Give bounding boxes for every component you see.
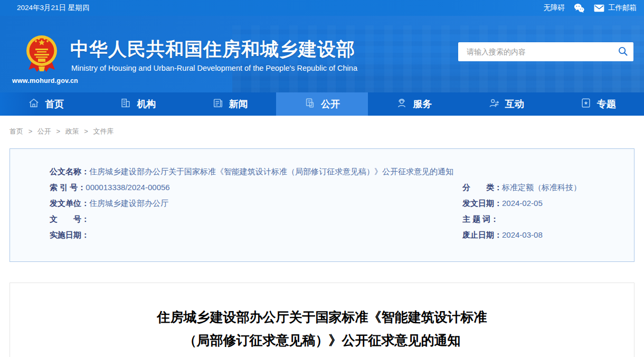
organization-icon (120, 97, 131, 111)
envelope-icon (593, 4, 605, 13)
disclosure-icon (304, 97, 316, 111)
article-title: 住房城乡建设部办公厅关于国家标准《智能建筑设计标准 （局部修订征求意见稿）》公开… (10, 305, 634, 352)
search-icon (617, 45, 629, 59)
nav-item-disclosure[interactable]: 公开 (276, 92, 368, 116)
service-icon (396, 97, 408, 111)
interaction-icon (488, 97, 500, 111)
field-issue-date: 发文日期： 2024-02-05 (462, 195, 594, 211)
breadcrumb-disclosure[interactable]: 公开 (37, 127, 51, 135)
topbar-links: 无障碍 工作邮箱 (544, 3, 637, 13)
wechat-icon[interactable] (573, 3, 585, 13)
ministry-title-en: Ministry of Housing and Urban-Rural Deve… (71, 64, 357, 72)
search-button[interactable] (612, 42, 633, 61)
field-document-number: 文 号： (50, 211, 462, 227)
document-info-box: 公文名称： 住房城乡建设部办公厅关于国家标准《智能建筑设计标准（局部修订征求意见… (10, 148, 634, 262)
ministry-title-cn: 中华人民共和国住房和城乡建设部 (70, 37, 355, 62)
national-emblem-logo (25, 34, 59, 77)
nav-item-home[interactable]: 首页 (0, 92, 92, 116)
nav-item-topics[interactable]: 专题 (552, 92, 644, 116)
nav-item-interaction[interactable]: 互动 (460, 92, 552, 116)
breadcrumb-policy[interactable]: 政策 (65, 127, 79, 135)
field-index-number: 索 引 号： 000013338/2024-00056 (50, 180, 462, 195)
breadcrumb-separator: > (84, 127, 88, 135)
nav-item-news[interactable]: 新闻 (184, 92, 276, 116)
article-title-line2: （局部修订征求意见稿）》公开征求意见的通知 (10, 328, 634, 352)
field-category: 分 类： 标准定额（标准科技） (462, 180, 594, 195)
field-document-name: 公文名称： 住房城乡建设部办公厅关于国家标准《智能建筑设计标准（局部修订征求意见… (50, 164, 594, 180)
site-header: www.mohurd.gov.cn 中华人民共和国住房和城乡建设部 Minist… (0, 16, 644, 92)
breadcrumb-separator: > (56, 127, 60, 135)
main-nav: 首页 机构 新闻 公开 (0, 92, 644, 116)
field-subject-words: 主 题 词： (462, 211, 594, 227)
home-icon (28, 97, 40, 111)
article-container: 住房城乡建设部办公厅关于国家标准《智能建筑设计标准 （局部修订征求意见稿）》公开… (10, 283, 634, 357)
work-mailbox-link[interactable]: 工作邮箱 (593, 3, 637, 13)
current-date: 2024年3月21日 星期四 (17, 3, 89, 13)
breadcrumb: 首页 > 公开 > 政策 > 文件库 (0, 116, 644, 143)
search-box (458, 42, 633, 61)
nav-item-service[interactable]: 服务 (368, 92, 460, 116)
field-implementation-date: 实施日期： (50, 227, 462, 243)
breadcrumb-home[interactable]: 首页 (10, 127, 23, 135)
topbar: 2024年3月21日 星期四 无障碍 工作邮箱 (0, 0, 644, 16)
news-icon (212, 97, 224, 111)
accessibility-link[interactable]: 无障碍 (544, 3, 565, 13)
topics-icon (580, 97, 592, 111)
search-input[interactable] (458, 42, 612, 61)
site-url: www.mohurd.gov.cn (12, 77, 78, 84)
breadcrumb-separator: > (29, 127, 33, 135)
nav-item-organization[interactable]: 机构 (92, 92, 184, 116)
field-repeal-date: 废止日期： 2024-03-08 (462, 227, 594, 243)
breadcrumb-document-library[interactable]: 文件库 (93, 127, 114, 135)
article-title-line1: 住房城乡建设部办公厅关于国家标准《智能建筑设计标准 (10, 305, 634, 328)
field-issuing-unit: 发文单位： 住房城乡建设部办公厅 (50, 195, 462, 211)
